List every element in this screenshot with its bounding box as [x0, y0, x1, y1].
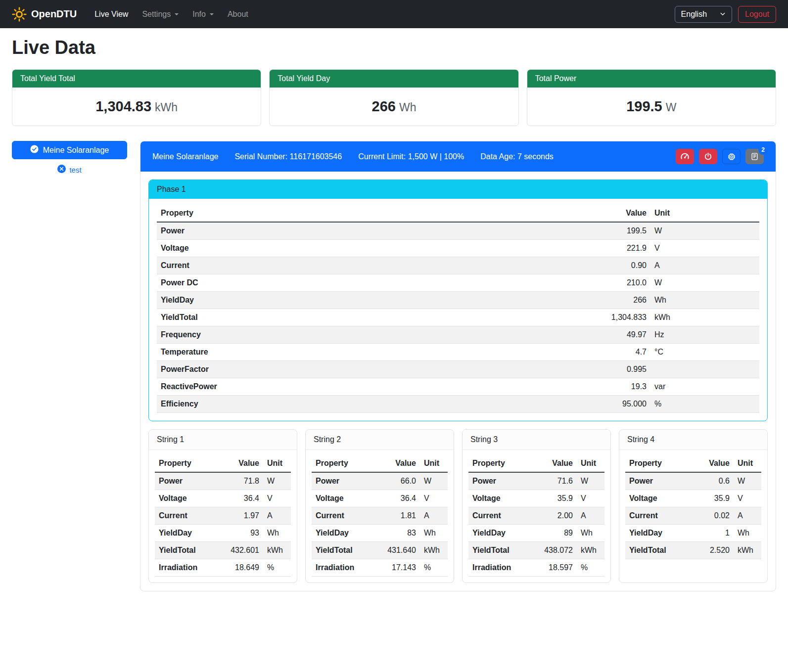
header-value: Value: [591, 205, 650, 222]
card-body: 199.5W: [527, 88, 776, 126]
table-row: Power 199.5 W: [157, 222, 759, 240]
header-property: Property: [155, 455, 215, 472]
brand-link[interactable]: OpenDTU: [12, 7, 77, 22]
brand-text: OpenDTU: [31, 8, 77, 20]
nav-item-label: Info: [192, 10, 206, 19]
nav-item-about[interactable]: About: [221, 6, 255, 23]
chip-icon: [727, 152, 736, 161]
value-cell: 36.4: [371, 490, 420, 507]
page-container: Live Data Total Yield Total 1,304.83kWh …: [0, 37, 788, 606]
inverter-card: Meine Solaranlage Serial Number: 1161716…: [140, 141, 776, 591]
chevron-down-icon: [720, 10, 726, 19]
phase-card: Phase 1 Property Value Unit: [148, 179, 768, 421]
unit-cell: %: [650, 396, 759, 413]
device-info-button[interactable]: [722, 149, 741, 164]
table-row: ReactivePower 19.3 var: [157, 378, 759, 396]
unit-cell: A: [420, 507, 448, 525]
property-cell: Power DC: [157, 274, 591, 292]
sidebar-item-test[interactable]: test: [12, 165, 127, 175]
table-row: Efficiency 95.000 %: [157, 396, 759, 413]
string-title: String 4: [619, 430, 767, 450]
card-body: 1,304.83kWh: [12, 88, 261, 126]
property-cell: Current: [468, 507, 528, 525]
table-head: Property Value Unit: [155, 455, 291, 472]
nav-item-live-view[interactable]: Live View: [88, 6, 135, 23]
table-header-row: Property Value Unit: [157, 205, 759, 222]
string-body: Property Value Unit Power: [149, 450, 297, 582]
inverter-card-header: Meine Solaranlage Serial Number: 1161716…: [140, 141, 776, 172]
card-value: 199.5: [626, 98, 662, 114]
unit-cell: W: [263, 472, 291, 490]
unit-cell: V: [420, 490, 448, 507]
property-cell: Power: [468, 472, 528, 490]
property-cell: PowerFactor: [157, 361, 591, 378]
table-row: YieldTotal 1,304.833 kWh: [157, 309, 759, 326]
property-cell: Irradiation: [155, 559, 215, 577]
value-cell: 35.9: [528, 490, 577, 507]
table-header-row: Property Value Unit: [468, 455, 604, 472]
nav-item-info[interactable]: Info: [185, 6, 221, 23]
unit-cell: Wh: [577, 525, 604, 542]
table-row: Power 71.6 W: [468, 472, 604, 490]
page-title: Live Data: [12, 37, 776, 58]
unit-cell: A: [734, 507, 761, 525]
header-unit: Unit: [420, 455, 448, 472]
string-table-body: Power 71.8 W Voltage 36.4 V: [155, 472, 291, 577]
table-row: YieldDay 89 Wh: [468, 525, 604, 542]
unit-cell: W: [577, 472, 604, 490]
nav-item-settings[interactable]: Settings: [135, 6, 185, 23]
unit-cell: kWh: [263, 542, 291, 559]
table-row: Current 1.97 A: [155, 507, 291, 525]
header-unit: Unit: [263, 455, 291, 472]
summary-cards-row: Total Yield Total 1,304.83kWh Total Yiel…: [12, 69, 776, 126]
property-cell: Efficiency: [157, 396, 591, 413]
property-cell: Voltage: [157, 240, 591, 257]
property-cell: Temperature: [157, 344, 591, 361]
value-cell: 4.7: [591, 344, 650, 361]
limit-settings-button[interactable]: [676, 149, 694, 164]
property-cell: Frequency: [157, 326, 591, 344]
property-cell: YieldTotal: [312, 542, 371, 559]
language-select[interactable]: English: [675, 6, 732, 23]
language-value: English: [681, 10, 707, 19]
property-cell: Current: [155, 507, 215, 525]
value-cell: 0.995: [591, 361, 650, 378]
string-body: Property Value Unit Power: [619, 450, 767, 565]
sun-icon: [12, 7, 27, 22]
sidebar-item-meine-solaranlage[interactable]: Meine Solaranlage: [12, 141, 127, 159]
property-cell: Power: [155, 472, 215, 490]
table-row: Current 0.90 A: [157, 257, 759, 274]
card-unit: W: [666, 101, 677, 114]
event-log-button[interactable]: 2: [745, 149, 764, 164]
table-row: Voltage 36.4 V: [155, 490, 291, 507]
inverter-actions: 2: [676, 149, 764, 164]
nav-item-label: Settings: [142, 10, 171, 19]
power-button[interactable]: [699, 149, 717, 164]
string-title: String 2: [306, 430, 454, 450]
inverter-limit: Current Limit: 1,500 W | 100%: [358, 152, 464, 161]
unit-cell: W: [420, 472, 448, 490]
table-row: Temperature 4.7 °C: [157, 344, 759, 361]
unit-cell: Wh: [420, 525, 448, 542]
string-title: String 3: [463, 430, 610, 450]
table-row: Irradiation 18.597 %: [468, 559, 604, 577]
content-row: Meine Solaranlage test Meine Solaranlage…: [12, 141, 776, 606]
value-cell: 221.9: [591, 240, 650, 257]
header-value: Value: [215, 455, 263, 472]
table-row: Voltage 36.4 V: [312, 490, 448, 507]
table-header-row: Property Value Unit: [155, 455, 291, 472]
inverter-serial: Serial Number: 116171603546: [234, 152, 342, 161]
table-row: Power DC 210.0 W: [157, 274, 759, 292]
card-total-yield-total: Total Yield Total 1,304.83kWh: [12, 69, 261, 126]
logout-button[interactable]: Logout: [738, 6, 776, 23]
value-cell: 266: [591, 292, 650, 309]
value-cell: 19.3: [591, 378, 650, 396]
unit-cell: V: [734, 490, 761, 507]
table-row: Current 2.00 A: [468, 507, 604, 525]
unit-cell: var: [650, 378, 759, 396]
card-body: 266Wh: [270, 88, 518, 126]
table-row: YieldTotal 431.640 kWh: [312, 542, 448, 559]
value-cell: 17.143: [371, 559, 420, 577]
unit-cell: Wh: [734, 525, 761, 542]
sidebar-item-label: Meine Solaranlage: [43, 146, 109, 155]
